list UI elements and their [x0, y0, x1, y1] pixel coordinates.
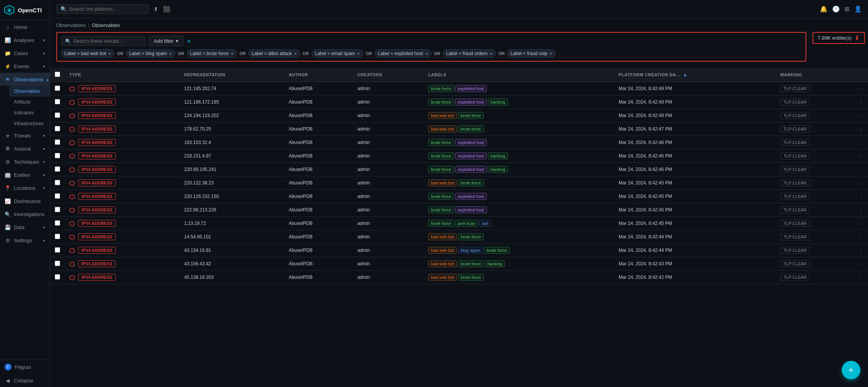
- filter-tag-close[interactable]: ✕: [357, 52, 360, 56]
- filter-tag-label: Label = fraud orders: [446, 51, 488, 56]
- row-detail-arrow[interactable]: ›: [860, 247, 862, 253]
- type-badge: IPV4 ADDRESS: [78, 193, 115, 200]
- sidebar-item-observations[interactable]: 👁 Observations ▴: [0, 73, 50, 86]
- grid-icon[interactable]: ⊞: [844, 5, 849, 13]
- sidebar-item-data[interactable]: 💾 Data ▾: [0, 221, 50, 234]
- global-search-input[interactable]: [69, 6, 138, 12]
- col-date[interactable]: PLATFORM CREATION DA... ▲: [614, 68, 776, 82]
- sidebar-collapse-button[interactable]: ◀ Collapse: [0, 374, 50, 387]
- filter-tag-close[interactable]: ✕: [490, 52, 493, 56]
- filter-tag-close[interactable]: ✕: [169, 52, 172, 56]
- col-labels: LABELS: [424, 68, 614, 82]
- row-checkbox[interactable]: [55, 112, 60, 118]
- row-checkbox[interactable]: [55, 247, 60, 253]
- row-detail-arrow[interactable]: ›: [860, 193, 862, 199]
- sidebar-item-techniques[interactable]: ⚙ Techniques ▾: [0, 155, 50, 168]
- row-checkbox[interactable]: [55, 99, 60, 104]
- search-filter-box[interactable]: 🔍: [61, 36, 146, 46]
- row-detail-arrow[interactable]: ›: [860, 126, 862, 132]
- table-row: IPV4 ADDRESS 218.151.4.97AbuseIPDBadminb…: [50, 149, 868, 163]
- marking-cell: TLP:CLEAR: [776, 95, 856, 109]
- sidebar-sub-item-indicators[interactable]: Indicators: [9, 107, 50, 118]
- add-filter-button[interactable]: Add filter ▾: [149, 36, 183, 46]
- qr-icon[interactable]: ⬛: [163, 6, 170, 13]
- filter-tag-close[interactable]: ✕: [108, 52, 111, 56]
- row-detail-arrow[interactable]: ›: [860, 139, 862, 146]
- row-checkbox[interactable]: [55, 234, 60, 239]
- row-detail-arrow[interactable]: ›: [860, 153, 862, 159]
- row-detail-arrow[interactable]: ›: [860, 166, 862, 173]
- table-row: IPV4 ADDRESS 43.134.16.81AbuseIPDBadminb…: [50, 244, 868, 257]
- type-badge: IPV4 ADDRESS: [78, 179, 115, 186]
- row-checkbox[interactable]: [55, 85, 60, 91]
- hex-status-icon: [69, 100, 75, 105]
- sidebar-item-cases[interactable]: 📁 Cases ▾: [0, 47, 50, 60]
- svg-marker-17: [70, 275, 74, 280]
- sidebar-item-settings[interactable]: ⚙ Settings ▾: [0, 234, 50, 247]
- sidebar-item-investigations[interactable]: 🔍 Investigations: [0, 208, 50, 221]
- sidebar-footer-user[interactable]: F Filigran: [0, 360, 50, 374]
- sidebar-item-threats[interactable]: ☣ Threats ▾: [0, 129, 50, 142]
- row-detail-arrow[interactable]: ›: [860, 112, 862, 119]
- row-checkbox[interactable]: [55, 180, 60, 185]
- row-detail-arrow[interactable]: ›: [860, 99, 862, 105]
- marking-cell: TLP:CLEAR: [776, 230, 856, 244]
- user-profile-icon[interactable]: 👤: [854, 5, 862, 13]
- filter-clear-icon[interactable]: ✕: [187, 38, 191, 44]
- sidebar-sub-item-artifacts[interactable]: Artifacts: [9, 97, 50, 107]
- row-checkbox[interactable]: [55, 193, 60, 199]
- sidebar-item-events[interactable]: ⚡ Events ▾: [0, 60, 50, 73]
- sidebar-item-entities[interactable]: 🏢 Entities ▾: [0, 168, 50, 181]
- search-filter-input[interactable]: [73, 38, 135, 44]
- filter-tag-close[interactable]: ✕: [549, 52, 552, 56]
- breadcrumb-parent[interactable]: Observations: [56, 22, 86, 28]
- download-icon[interactable]: ⬇: [855, 34, 860, 42]
- sidebar-sub-item-observables[interactable]: Observables: [9, 86, 50, 97]
- row-checkbox[interactable]: [55, 207, 60, 212]
- upload-icon[interactable]: ⬆: [153, 6, 158, 13]
- marking-cell: TLP:CLEAR: [776, 176, 856, 190]
- sidebar-item-analyses[interactable]: 📊 Analyses ▾: [0, 34, 50, 47]
- sidebar-item-home[interactable]: ⌂ Home: [0, 20, 50, 34]
- row-checkbox[interactable]: [55, 153, 60, 158]
- filter-tag-close[interactable]: ✕: [294, 52, 297, 56]
- row-checkbox[interactable]: [55, 166, 60, 172]
- row-detail-arrow[interactable]: ›: [860, 220, 862, 226]
- sidebar-item-dashboards[interactable]: 📈 Dashboards: [0, 194, 50, 208]
- row-detail-arrow[interactable]: ›: [860, 180, 862, 186]
- label-badge: exploited host: [455, 166, 487, 173]
- row-detail-arrow[interactable]: ›: [860, 261, 862, 267]
- author-cell: AbuseIPDB: [284, 230, 353, 244]
- sidebar-item-locations[interactable]: 📍 Locations ▾: [0, 181, 50, 194]
- row-checkbox[interactable]: [55, 139, 60, 145]
- global-search-box[interactable]: 🔍: [56, 4, 149, 14]
- row-detail-arrow[interactable]: ›: [860, 207, 862, 213]
- marking-badge: TLP:CLEAR: [781, 220, 810, 227]
- add-fab-button[interactable]: +: [842, 361, 860, 379]
- row-checkbox[interactable]: [55, 126, 60, 131]
- row-detail-arrow[interactable]: ›: [860, 234, 862, 240]
- col-representation: REPRESENTATION: [180, 68, 284, 82]
- bell-icon[interactable]: 🔔: [820, 5, 828, 13]
- clock-icon[interactable]: 🕐: [832, 5, 840, 13]
- row-checkbox[interactable]: [55, 274, 60, 280]
- sidebar-sub-item-infrastructures[interactable]: Infrastructures: [9, 118, 50, 129]
- representation-cell: 220.126.232.150: [180, 190, 284, 203]
- table-row: IPV4 ADDRESS 220.126.232.150AbuseIPDBadm…: [50, 190, 868, 203]
- filter-tag-close[interactable]: ✕: [230, 52, 234, 56]
- row-detail-arrow[interactable]: ›: [860, 274, 862, 280]
- data-chevron: ▾: [43, 225, 45, 230]
- sidebar-sub-observables-label: Observables: [14, 89, 40, 94]
- svg-marker-14: [70, 235, 74, 240]
- select-all-checkbox[interactable]: [55, 72, 60, 77]
- sidebar: OpenCTI ⌂ Home 📊 Analyses ▾ 📁 Cases ▾ ⚡ …: [0, 0, 50, 387]
- sidebar-item-dashboards-label: Dashboards: [14, 198, 41, 204]
- filter-tag-close[interactable]: ✕: [425, 52, 428, 56]
- row-detail-arrow[interactable]: ›: [860, 85, 862, 92]
- creators-cell: admin: [353, 244, 424, 257]
- row-checkbox[interactable]: [55, 261, 60, 266]
- table-row: IPV4 ADDRESS 121.186.172.195AbuseIPDBadm…: [50, 95, 868, 109]
- sidebar-item-arsenal[interactable]: 🛠 Arsenal ▾: [0, 142, 50, 155]
- row-checkbox[interactable]: [55, 220, 60, 226]
- creators-cell: admin: [353, 176, 424, 190]
